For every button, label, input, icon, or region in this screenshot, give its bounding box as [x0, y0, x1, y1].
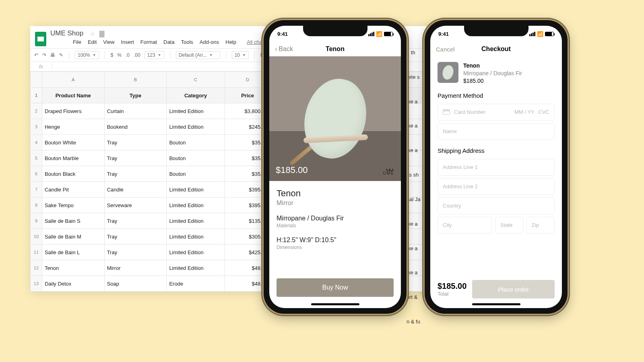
row-number[interactable]: 3	[31, 119, 42, 135]
cell[interactable]: Bouton Marble	[42, 150, 104, 166]
place-order-button[interactable]: Place order	[472, 280, 555, 298]
row-number[interactable]: 8	[31, 197, 42, 213]
cell[interactable]: Limited Edition	[167, 182, 225, 197]
menu-format[interactable]: Format	[140, 39, 157, 45]
state-field[interactable]: State	[495, 217, 523, 234]
cell[interactable]: Draped Flowers	[42, 103, 104, 119]
cell[interactable]: Bouton	[167, 166, 225, 182]
menu-data[interactable]: Data	[163, 39, 174, 45]
zip-field[interactable]: Zip	[526, 217, 555, 234]
cell[interactable]: Tray	[104, 150, 167, 166]
cell[interactable]: Erode	[167, 276, 225, 292]
header-cell[interactable]: Category	[167, 88, 225, 103]
cell[interactable]: Tray	[104, 229, 167, 245]
city-field[interactable]: City	[438, 217, 492, 234]
home-indicator[interactable]	[472, 303, 520, 305]
menu-file[interactable]: File	[73, 39, 81, 45]
country-field[interactable]: Country	[438, 197, 555, 214]
column-header[interactable]: A	[42, 72, 104, 88]
cell[interactable]: Bouton Black	[42, 166, 104, 182]
cell[interactable]: Bouton	[167, 135, 225, 150]
menu-add-ons[interactable]: Add-ons	[200, 39, 219, 45]
menu-edit[interactable]: Edit	[88, 39, 97, 45]
paint-format-icon[interactable]: ✎	[59, 52, 63, 58]
cell[interactable]: Limited Edition	[167, 213, 225, 229]
redo-icon[interactable]: ↷	[42, 52, 46, 58]
row-number[interactable]: 9	[31, 213, 42, 229]
back-button[interactable]: ‹Back	[275, 45, 293, 53]
cell[interactable]: Tenon	[42, 260, 104, 276]
menu-help[interactable]: Help	[225, 39, 236, 45]
wifi-icon: 📶	[537, 31, 543, 37]
row-number[interactable]: 11	[31, 245, 42, 260]
column-header[interactable]: C	[167, 72, 225, 88]
cell[interactable]: Sake Tempo	[42, 197, 104, 213]
cell[interactable]: Salle de Bain L	[42, 245, 104, 260]
cell[interactable]: Tray	[104, 166, 167, 182]
cell[interactable]: Bouton White	[42, 135, 104, 150]
row-number[interactable]: 5	[31, 150, 42, 166]
cell[interactable]: Bookend	[104, 119, 167, 135]
currency-button[interactable]: $	[111, 52, 114, 58]
cell[interactable]: Tray	[104, 213, 167, 229]
row-number[interactable]: 12	[31, 260, 42, 276]
menu-tools[interactable]: Tools	[181, 39, 193, 45]
print-icon[interactable]: 🖶	[50, 52, 55, 58]
row-number[interactable]: 10	[31, 229, 42, 245]
row-number[interactable]: 4	[31, 135, 42, 150]
cell[interactable]: Tray	[104, 135, 167, 150]
cell[interactable]: Salle de Bain S	[42, 213, 104, 229]
name-field[interactable]: Name	[438, 123, 555, 140]
cell[interactable]: Curtain	[104, 103, 167, 119]
row-number[interactable]: 7	[31, 182, 42, 197]
undo-icon[interactable]: ↶	[34, 52, 38, 58]
cell[interactable]: Soap	[104, 276, 167, 292]
phone-checkout: 9:41 📶 Cancel Checkout Tenon Mirropane /…	[425, 20, 568, 314]
buy-now-button[interactable]: Buy Now	[277, 278, 394, 297]
number-format-dropdown[interactable]: 123▼	[144, 51, 164, 59]
header-cell[interactable]: Product Name	[42, 88, 104, 103]
menu-insert[interactable]: Insert	[121, 39, 134, 45]
cell[interactable]: Limited Edition	[167, 260, 225, 276]
cell[interactable]: Limited Edition	[167, 245, 225, 260]
cell[interactable]: Limited Edition	[167, 229, 225, 245]
font-size-dropdown[interactable]: 10▼	[232, 51, 249, 59]
phone-product: 9:41 📶 ‹Back Tenon $185.00 ᴗᴗUMÉ Tenon M…	[264, 20, 407, 314]
card-icon	[443, 109, 450, 115]
cell[interactable]: Candle	[104, 182, 167, 197]
cell[interactable]: Limited Edition	[167, 119, 225, 135]
header-cell[interactable]: Type	[104, 88, 167, 103]
address2-field[interactable]: Address Line 2	[438, 178, 555, 195]
row-number[interactable]: 1	[31, 88, 42, 103]
wifi-icon: 📶	[376, 31, 382, 37]
cell[interactable]: Candle Pit	[42, 182, 104, 197]
chevron-left-icon: ‹	[275, 45, 277, 53]
cell[interactable]: Limited Edition	[167, 197, 225, 213]
cell[interactable]: Mirror	[104, 260, 167, 276]
row-number[interactable]: 2	[31, 103, 42, 119]
document-title[interactable]: UME Shop	[50, 29, 83, 37]
star-icon[interactable]: ☆	[90, 30, 95, 37]
cell[interactable]: Tray	[104, 245, 167, 260]
folder-icon[interactable]: ▇	[99, 30, 104, 37]
font-dropdown[interactable]: Default (Ari...▼	[176, 51, 220, 59]
card-number-field[interactable]: Card Number MM / YYCVC	[438, 104, 555, 121]
dimensions-value: H:12.5" W:9" D:10.5"	[277, 237, 394, 244]
column-header[interactable]: B	[104, 72, 167, 88]
home-indicator[interactable]	[311, 303, 359, 305]
row-number[interactable]: 6	[31, 166, 42, 182]
decrease-decimal-button[interactable]: .0	[126, 52, 130, 58]
increase-decimal-button[interactable]: .00	[134, 52, 140, 58]
row-number[interactable]: 13	[31, 276, 42, 292]
address1-field[interactable]: Address Line 1	[438, 159, 555, 176]
menu-view[interactable]: View	[103, 39, 114, 45]
cell[interactable]: Daily Detox	[42, 276, 104, 292]
cell[interactable]: Salle de Bain M	[42, 229, 104, 245]
cell[interactable]: Serveware	[104, 197, 167, 213]
cancel-button[interactable]: Cancel	[436, 46, 455, 53]
zoom-dropdown[interactable]: 100%▼	[75, 51, 99, 59]
cell[interactable]: Bouton	[167, 150, 225, 166]
cell[interactable]: Limited Edition	[167, 103, 225, 119]
percent-button[interactable]: %	[117, 52, 122, 58]
cell[interactable]: Henge	[42, 119, 104, 135]
